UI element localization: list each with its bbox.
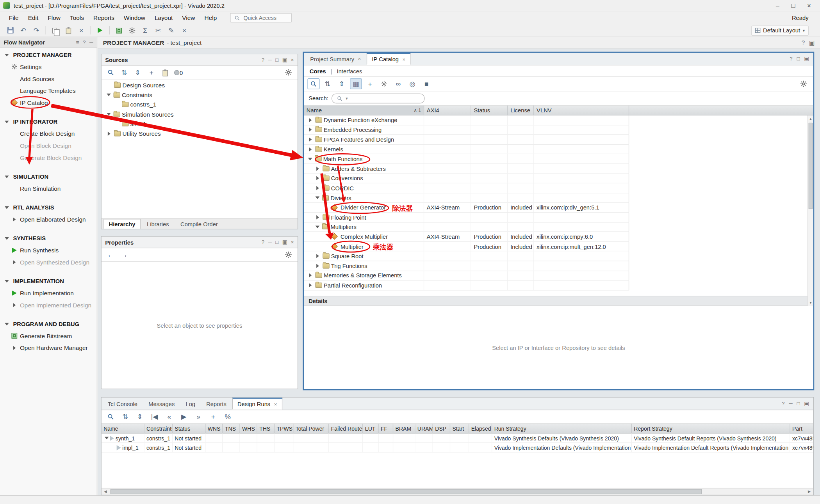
column-header-uram[interactable]: URAM xyxy=(415,424,433,433)
flow-item-open-implemented-design[interactable]: Open Implemented Design xyxy=(0,299,97,311)
customize-button[interactable] xyxy=(378,78,390,89)
close-tab-icon[interactable]: × xyxy=(358,56,361,62)
ip-row-square-root[interactable]: Square Root xyxy=(304,252,629,261)
expand-all-button[interactable]: ⇕ xyxy=(336,78,348,89)
details-section-header[interactable]: Details xyxy=(304,296,813,306)
menu-edit[interactable]: Edit xyxy=(23,13,43,22)
chevron-right-icon[interactable] xyxy=(309,283,312,287)
column-header-elapsed[interactable]: Elapsed xyxy=(469,424,492,433)
close-button[interactable]: × xyxy=(801,0,817,11)
column-header-bram[interactable]: BRAM xyxy=(393,424,415,433)
collapse-all-button[interactable]: ⇅ xyxy=(118,67,130,78)
tab-tcl-console[interactable]: Tcl Console xyxy=(103,398,143,410)
column-header-whs[interactable]: WHS xyxy=(240,424,257,433)
tab-hierarchy[interactable]: Hierarchy xyxy=(103,219,141,229)
add-ip-button[interactable]: + xyxy=(364,78,376,89)
maximize-panel-icon[interactable]: □ xyxy=(797,56,800,62)
menu-window[interactable]: Window xyxy=(119,13,150,22)
menu-view[interactable]: View xyxy=(177,13,200,22)
scrollbar-track[interactable] xyxy=(109,488,806,495)
flow-section-header-synthesis[interactable]: SYNTHESIS xyxy=(0,232,97,244)
flow-item-settings[interactable]: Settings xyxy=(0,60,97,73)
collapse-all-button[interactable]: ⇅ xyxy=(322,78,334,89)
percent-button[interactable]: % xyxy=(222,411,234,422)
scrollbar-thumb[interactable] xyxy=(111,489,702,494)
settings-gear-button[interactable] xyxy=(282,67,294,78)
chevron-right-icon[interactable] xyxy=(316,215,319,219)
help-icon[interactable]: ? xyxy=(83,39,86,45)
add-sources-button[interactable]: + xyxy=(145,67,157,78)
redo-button[interactable]: ↷ xyxy=(30,25,43,36)
save-button[interactable] xyxy=(4,25,16,36)
float-icon[interactable]: ▣ xyxy=(282,239,287,245)
column-header-failed-routes[interactable]: Failed Routes xyxy=(329,424,363,433)
maximize-panel-icon[interactable]: □ xyxy=(797,401,800,406)
flow-section-header-program-and-debug[interactable]: PROGRAM AND DEBUG xyxy=(0,318,97,330)
flow-section-header-rtl-analysis[interactable]: RTL ANALYSIS xyxy=(0,202,97,213)
column-header-constraints[interactable]: Constraints xyxy=(144,424,173,433)
section-collapse-icon[interactable] xyxy=(5,206,9,209)
chevron-right-icon[interactable] xyxy=(13,217,16,221)
search-button[interactable] xyxy=(308,78,320,89)
group-by-category-button[interactable]: ▦ xyxy=(350,78,362,89)
chevron-right-icon[interactable] xyxy=(309,128,312,132)
ip-row-multiplier[interactable]: MultiplierProductionIncludedxilinx.com:i… xyxy=(304,242,629,252)
minimize-panel-icon[interactable]: ─ xyxy=(89,39,93,45)
layout-selector[interactable]: Default Layout ▾ xyxy=(752,25,809,35)
column-header-ths[interactable]: THS xyxy=(257,424,275,433)
copy-doc-button[interactable] xyxy=(159,67,171,78)
paste-button[interactable] xyxy=(62,25,74,36)
column-header-axi4[interactable]: AXI4 xyxy=(424,106,471,115)
quick-access-search[interactable] xyxy=(230,13,292,22)
quick-access-input[interactable] xyxy=(244,15,289,21)
section-collapse-icon[interactable] xyxy=(5,121,9,123)
chevron-right-icon[interactable] xyxy=(13,303,16,307)
maximize-panel-icon[interactable]: □ xyxy=(275,239,278,245)
flow-section-header-simulation[interactable]: SIMULATION xyxy=(0,171,97,182)
add-run-button[interactable]: + xyxy=(207,411,219,422)
close-tab-icon[interactable]: × xyxy=(274,401,277,407)
tab-design-runs[interactable]: Design Runs× xyxy=(232,398,282,410)
settings-gear-button[interactable] xyxy=(282,249,294,260)
column-header-report-strategy[interactable]: Report Strategy xyxy=(632,424,790,433)
skip-to-start-button[interactable]: |◀ xyxy=(148,411,160,422)
column-header-part[interactable]: Part xyxy=(790,424,814,433)
flow-item-open-block-design[interactable]: Open Block Design xyxy=(0,140,97,152)
run-button[interactable] xyxy=(94,25,106,36)
settings-button[interactable] xyxy=(126,25,138,36)
chevron-right-icon[interactable] xyxy=(13,346,16,350)
column-header-tns[interactable]: TNS xyxy=(223,424,240,433)
minimize-panel-icon[interactable]: ─ xyxy=(789,401,793,406)
chevron-down-icon[interactable] xyxy=(105,437,109,440)
copy-button[interactable] xyxy=(49,25,61,36)
scroll-left-icon[interactable]: ◀ xyxy=(102,488,109,495)
section-collapse-icon[interactable] xyxy=(5,53,9,56)
chevron-right-icon[interactable] xyxy=(309,137,312,142)
source-tree-item-design-sources[interactable]: Design Sources xyxy=(102,80,298,90)
column-header-status[interactable]: Status xyxy=(173,424,205,433)
step-back-button[interactable]: « xyxy=(163,411,175,422)
chevron-right-icon[interactable] xyxy=(316,167,319,171)
report-button[interactable]: Σ xyxy=(139,25,151,36)
close-button[interactable]: × xyxy=(178,25,191,36)
column-header-tpws[interactable]: TPWS xyxy=(275,424,293,433)
source-tree-item-sim-1[interactable]: sim_1 xyxy=(102,119,298,129)
help-icon[interactable]: ? xyxy=(782,401,784,406)
ip-search-box[interactable]: ▾ xyxy=(332,93,424,103)
section-collapse-icon[interactable] xyxy=(5,237,9,240)
minimize-button[interactable]: – xyxy=(770,0,785,11)
search-button[interactable] xyxy=(105,411,117,422)
column-header-name[interactable]: Name xyxy=(102,424,144,433)
column-header-status[interactable]: Status xyxy=(471,106,508,115)
flow-section-header-ip-integrator[interactable]: IP INTEGRATOR xyxy=(0,116,97,127)
menu-layout[interactable]: Layout xyxy=(150,13,177,22)
chevron-right-icon[interactable] xyxy=(316,264,319,268)
chevron-right-icon[interactable] xyxy=(316,254,319,258)
flow-item-add-sources[interactable]: Add Sources xyxy=(0,73,97,85)
ip-row-dynamic-function-exchange[interactable]: Dynamic Function eXchange xyxy=(304,115,629,125)
ip-row-fpga-features-and-design[interactable]: FPGA Features and Design xyxy=(304,135,629,145)
menu-reports[interactable]: Reports xyxy=(89,13,119,22)
flow-item-generate-block-design[interactable]: Generate Block Design xyxy=(0,151,97,163)
settings-gear-button[interactable] xyxy=(797,78,809,89)
chevron-down-icon[interactable] xyxy=(107,113,111,116)
